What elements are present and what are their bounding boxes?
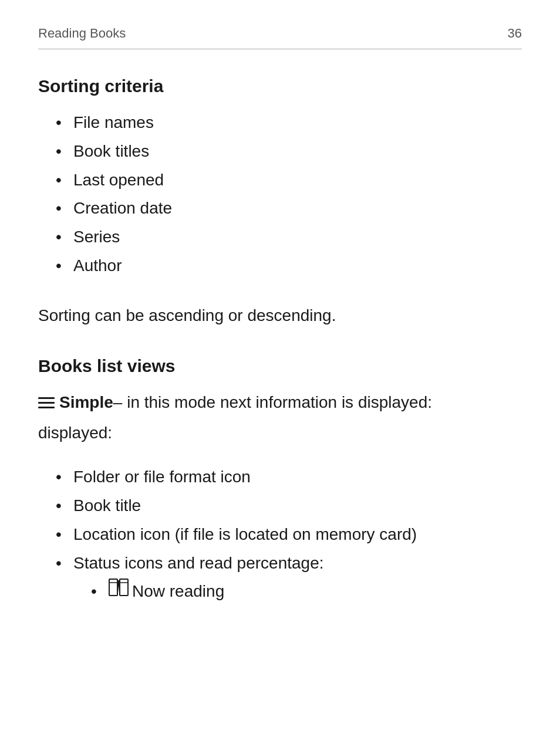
svg-rect-2 bbox=[38, 407, 55, 408]
svg-rect-0 bbox=[38, 397, 55, 399]
simple-mode-description: Simple – in this mode next information i… bbox=[38, 390, 522, 416]
list-item: Author bbox=[73, 253, 522, 279]
simple-label: Simple bbox=[59, 390, 113, 416]
svg-rect-4 bbox=[120, 579, 128, 596]
displayed-label: displayed: bbox=[38, 420, 522, 447]
now-reading-icon bbox=[109, 578, 129, 605]
list-item: Now reading bbox=[109, 579, 522, 606]
svg-rect-1 bbox=[38, 402, 55, 404]
header-page-number: 36 bbox=[508, 23, 522, 43]
svg-rect-3 bbox=[109, 579, 117, 596]
sorting-criteria-heading: Sorting criteria bbox=[38, 73, 522, 99]
list-item: Series bbox=[73, 224, 522, 251]
header-title: Reading Books bbox=[38, 23, 126, 43]
list-item: Status icons and read percentage: bbox=[73, 550, 522, 606]
simple-description: – in this mode next information is displ… bbox=[113, 390, 432, 416]
list-item: Book title bbox=[73, 493, 522, 519]
list-item: Location icon (if file is located on mem… bbox=[73, 522, 522, 548]
books-list-views-heading: Books list views bbox=[38, 353, 522, 379]
list-item: Book titles bbox=[73, 138, 522, 165]
now-reading-label: Now reading bbox=[132, 582, 224, 600]
list-item: Creation date bbox=[73, 195, 522, 222]
books-list-views-section: Books list views Simple – in this mode n… bbox=[38, 353, 522, 606]
page: Reading Books 36 Sorting criteria File n… bbox=[0, 0, 560, 734]
status-sub-list: Now reading bbox=[73, 579, 522, 606]
page-header: Reading Books 36 bbox=[38, 23, 522, 49]
sorting-note: Sorting can be ascending or descending. bbox=[38, 303, 522, 329]
list-item: Folder or file format icon bbox=[73, 464, 522, 491]
simple-items-list: Folder or file format icon Book title Lo… bbox=[38, 464, 522, 606]
list-item: Last opened bbox=[73, 167, 522, 194]
lines-icon bbox=[38, 391, 55, 417]
sorting-criteria-list: File names Book titles Last opened Creat… bbox=[38, 110, 522, 279]
sorting-criteria-section: Sorting criteria File names Book titles … bbox=[38, 73, 522, 279]
list-item: File names bbox=[73, 110, 522, 136]
